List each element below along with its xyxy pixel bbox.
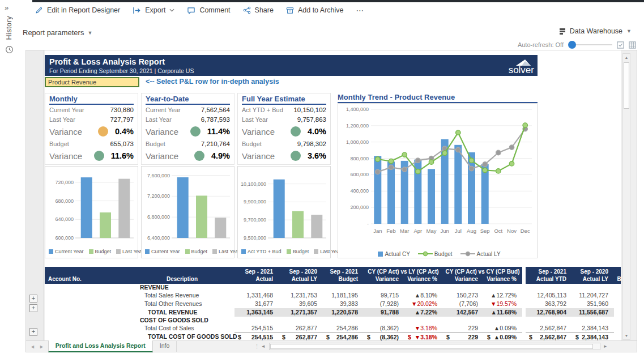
expand-rows-button[interactable]: + — [29, 295, 37, 303]
kpi-value: 11.6% — [111, 151, 134, 160]
value-cell: ▲12.72% — [484, 291, 522, 300]
refresh-checkbox-icon[interactable] — [617, 41, 624, 49]
tab-nav-prev-icon[interactable]: ◄ — [26, 344, 39, 350]
svg-text:400,000: 400,000 — [350, 188, 369, 194]
h-scroll-right-icon[interactable]: ► — [600, 344, 611, 349]
export-button[interactable]: Export — [133, 6, 174, 14]
edit-in-report-designer-button[interactable]: Edit in Report Designer — [35, 6, 120, 14]
sidebar-expand-button[interactable]: » — [5, 3, 8, 12]
archive-label: Add to Archive — [298, 6, 344, 14]
share-label: Share — [255, 6, 274, 14]
table-row[interactable]: TOTAL REVENUE1,363,1451,271,3571,220,578… — [45, 308, 621, 317]
kpi-value: 730,880 — [110, 107, 134, 113]
horizontal-scroll-thumb[interactable] — [270, 344, 593, 349]
legend-item: Actual LY — [460, 251, 501, 257]
value-cell — [484, 317, 522, 324]
kpi-panel-full-year: Full Year Estimate Act YTD + Bud10,150,1… — [237, 93, 331, 165]
data-warehouse-selector[interactable]: Data Warehouse ▼ — [559, 27, 632, 35]
vertical-scroll-thumb[interactable] — [624, 62, 629, 109]
svg-text:9,900,000: 9,900,000 — [244, 199, 266, 205]
more-actions-button[interactable]: ⋯ — [356, 6, 365, 15]
tab-nav-next-icon[interactable]: ► — [39, 344, 48, 350]
report-header-band: Profit & Loss Analysis Report For Period… — [45, 55, 538, 76]
kpi-row: Budget7,210,764 — [146, 139, 230, 148]
history-panel-toggle[interactable]: History — [2, 16, 16, 54]
table-column-header: Sep - 2020Actual LY YTD — [572, 267, 614, 284]
legend-item: Budget — [89, 249, 112, 254]
comment-button[interactable]: Comment — [187, 6, 230, 14]
value-cell: ▲7.22% — [404, 308, 443, 317]
trend-chart-title: Monthly Trend - Product Revenue — [338, 93, 538, 103]
tab-info[interactable]: Info — [153, 340, 177, 352]
value-cell: 11,204,727 — [572, 291, 614, 300]
h-scroll-left-icon[interactable]: ◄ — [258, 344, 269, 349]
value-cell — [234, 284, 279, 291]
toolbar: Edit in Report Designer Export Comment S… — [35, 3, 365, 17]
scroll-up-icon[interactable]: ▲ — [623, 54, 630, 61]
value-cell: 262,877 — [279, 324, 323, 333]
kpi-row: Variance4.9% — [146, 148, 230, 163]
slider-track — [573, 44, 612, 45]
value-cell: $▼3.18% — [404, 333, 443, 341]
comment-label: Comment — [199, 6, 230, 14]
add-to-archive-button[interactable]: Add to Archive — [286, 6, 344, 14]
kpi-value: 4.0% — [308, 127, 326, 136]
scroll-down-icon[interactable]: ▼ — [623, 332, 630, 339]
grid-view-icon[interactable] — [629, 41, 636, 49]
value-cell — [404, 284, 443, 291]
table-row[interactable]: Total Cost of Sales254,515262,877254,286… — [45, 324, 621, 333]
kpi-label: Variance — [49, 127, 82, 137]
kpi-label: Last Year — [242, 116, 268, 123]
kpi-label: Current Year — [146, 107, 181, 113]
kpi-row: Variance0.4% — [49, 124, 134, 139]
value-cell — [572, 317, 614, 324]
value-cell: $▲0.09% — [484, 333, 522, 341]
data-warehouse-icon — [559, 28, 566, 35]
value-cell — [526, 317, 572, 324]
value-cell: 1,271,357 — [279, 308, 323, 317]
share-button[interactable]: Share — [243, 6, 274, 14]
kpi-label: Variance — [49, 151, 82, 161]
expand-rows-button[interactable]: + — [29, 328, 37, 336]
horizontal-scrollbar[interactable] — [269, 343, 600, 350]
kpi-label: Current Year — [49, 107, 84, 113]
value-cell: 1,363,145 — [234, 308, 279, 317]
svg-text:6,800,000: 6,800,000 — [147, 214, 170, 220]
table-row[interactable]: TOTAL COST OF GOODS SOLD$254,515$262,877… — [45, 333, 621, 341]
table-row[interactable]: Total Sales Revenue1,331,4681,231,7531,1… — [45, 291, 621, 300]
kpi-label: Budget — [49, 140, 69, 147]
data-warehouse-label: Data Warehouse — [570, 27, 622, 35]
value-cell — [323, 317, 364, 324]
account-no-cell — [45, 284, 130, 291]
kpi-label: Variance — [146, 127, 178, 137]
solver-logo: solver — [509, 59, 534, 74]
tab-profit-and-loss-report[interactable]: Profit and Loss Analysis Report — [48, 340, 153, 352]
value-cell: 11,556,687 — [572, 308, 614, 317]
kpi-value: 9,798,302 — [297, 140, 326, 147]
svg-text:7,600,000: 7,600,000 — [147, 173, 170, 178]
table-row[interactable]: Total Other Revenues31,67739,60539,383(7… — [45, 300, 621, 308]
account-no-cell — [45, 333, 130, 341]
svg-text:Feb: Feb — [386, 228, 395, 234]
pl-row-parameter-input[interactable]: Product Revenue — [45, 77, 139, 87]
kpi-row: Budget9,798,302 — [242, 139, 326, 148]
svg-text:Jan: Jan — [373, 228, 382, 234]
history-label: History — [5, 16, 13, 40]
value-cell: 91,788 — [364, 308, 404, 317]
svg-text:Mar: Mar — [400, 228, 409, 234]
kpi-row: Budget655,073 — [49, 139, 134, 148]
expand-rows-button[interactable]: + — [29, 304, 37, 312]
slider-knob[interactable] — [568, 41, 576, 49]
kpi-value: 4.9% — [211, 151, 230, 160]
vertical-scrollbar[interactable]: ▲ ▼ — [622, 53, 630, 340]
kpi-value: 6,787,593 — [201, 116, 230, 123]
table-column-header: Account No. — [45, 267, 130, 284]
report-parameters-toggle[interactable]: Report parameters ▼ — [23, 28, 92, 37]
history-clock-icon — [5, 45, 14, 54]
value-cell: (8,362) — [364, 324, 404, 333]
auto-refresh-slider[interactable] — [568, 41, 612, 49]
svg-text:May: May — [427, 228, 437, 234]
kpi-row: Act YTD + Bud10,150,102 — [242, 105, 326, 114]
legend-item: Actual CY — [378, 251, 410, 257]
value-cell: $2,384,143 — [572, 333, 614, 341]
